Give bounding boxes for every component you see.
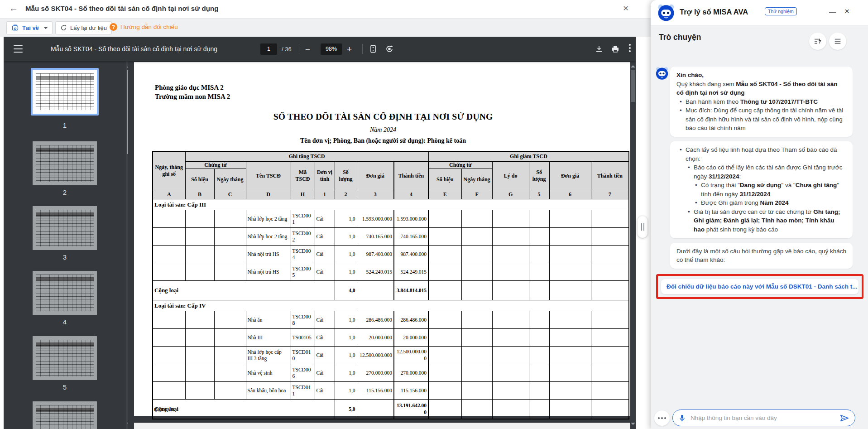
- zoom-level[interactable]: 98%: [321, 43, 342, 55]
- rotate-icon[interactable]: [385, 44, 394, 53]
- table-cell: [153, 246, 185, 263]
- table-cell: 1,0: [335, 311, 357, 329]
- thumbnail-preview: [33, 141, 97, 185]
- table-cell: TSCD00 5: [291, 263, 315, 281]
- table-row: Nhà lớp học cấp III 3 tầngTSCD01 0Cái1,0…: [153, 347, 629, 364]
- table-total-row: Cộng loại4,03.844.814.015: [153, 281, 629, 300]
- thumbnail-page-1[interactable]: [31, 68, 99, 116]
- table-cell: [591, 382, 629, 400]
- table-cell: TSCD00 1: [291, 210, 315, 228]
- hamburger-icon: [834, 37, 842, 45]
- table-row: Sân khấu, bồn hoaTSCD01 1Cái1,0115.156.0…: [153, 382, 629, 400]
- toolbar-divider: [299, 44, 299, 54]
- thumbnail-menu-icon[interactable]: [14, 45, 23, 55]
- table-cell: Loại tài sản: Cấp III: [153, 199, 629, 210]
- col-letter: 5: [529, 190, 549, 199]
- back-icon[interactable]: ←: [9, 3, 18, 14]
- quick-actions-button[interactable]: [809, 33, 826, 50]
- table-cell: 5,0: [335, 400, 357, 419]
- table-cell: [529, 311, 549, 329]
- thumbnail-page-2[interactable]: [33, 141, 97, 185]
- asset-table: Ngày, tháng ghi sổ Ghi tăng TSCĐ Ghi giả…: [152, 151, 629, 419]
- chat-menu-button[interactable]: [829, 33, 846, 50]
- more-options-button[interactable]: [654, 410, 670, 426]
- thumbnail-page-4[interactable]: [33, 271, 97, 315]
- bullet: •: [680, 145, 682, 154]
- col-letter: E: [428, 190, 461, 199]
- microphone-icon[interactable]: [678, 414, 686, 422]
- table-cell: [153, 329, 185, 347]
- col-header-doc-date2: Ngày tháng: [461, 169, 492, 190]
- table-cell: [185, 263, 214, 281]
- thumbnail-page-3[interactable]: [33, 206, 97, 250]
- table-cell: [529, 263, 549, 281]
- table-cell: [185, 246, 214, 263]
- col-letter: 3: [357, 190, 394, 199]
- more-options-icon[interactable]: [629, 44, 631, 52]
- col-header-price2: Đơn giá: [549, 162, 591, 190]
- thumbnail-grid: [36, 340, 94, 376]
- pdf-scroll-thumb[interactable]: [631, 70, 635, 102]
- table-cell: 286.486.000: [357, 311, 394, 329]
- table-cell: 740.165.000: [357, 228, 394, 246]
- table-cell: [428, 311, 461, 329]
- col-header-qty: Số lượng: [335, 162, 357, 190]
- print-icon[interactable]: [611, 44, 620, 53]
- panel-resize-handle[interactable]: [638, 216, 647, 238]
- page-number-input[interactable]: 1: [260, 43, 277, 55]
- zoom-out-icon[interactable]: −: [305, 45, 310, 55]
- reload-data-button[interactable]: Lấy lại dữ liệu: [55, 21, 112, 34]
- table-cell: [214, 263, 246, 281]
- table-cell: [529, 246, 549, 263]
- download-button-label: Tải về: [22, 24, 39, 31]
- misa-ava-logo-icon: [657, 4, 675, 22]
- table-section-row: Loại tài sản: Cấp IV: [153, 300, 629, 311]
- thumbnail-page-5[interactable]: [33, 336, 97, 380]
- doc-unit-line: Tên đơn vị; Phòng, Ban (hoặc người sử dụ…: [134, 137, 632, 145]
- col-letter: A: [153, 190, 185, 199]
- window-titlebar: ← Mẫu số SKT04 - Sổ theo dõi tài sản cố …: [0, 0, 651, 19]
- window-close-icon[interactable]: ×: [623, 3, 628, 14]
- table-section-row: Loại tài sản: Cấp III: [153, 199, 629, 210]
- bullet: •: [680, 106, 682, 115]
- zoom-in-icon[interactable]: +: [347, 44, 352, 54]
- table-cell: [461, 382, 492, 400]
- table-cell: [549, 228, 591, 246]
- col-header-doc-no: Số hiệu: [185, 169, 214, 190]
- chevron-down-icon: [44, 27, 48, 31]
- send-icon[interactable]: [839, 413, 849, 423]
- col-letter: C: [214, 190, 246, 199]
- table-cell: [549, 281, 591, 300]
- download-icon[interactable]: [595, 44, 604, 53]
- pdf-toolbar: Mẫu số SKT04 - Sổ theo dõi tài sản cố đị…: [4, 37, 636, 61]
- table-cell: 12.500.000.00 0: [394, 347, 428, 364]
- table-cell: [461, 347, 492, 364]
- table-cell: Nhà nội trú HS: [246, 263, 291, 281]
- pdf-page-area: Phòng giáo dục MISA 2 Trường mầm non MIS…: [128, 61, 636, 429]
- suggested-question-chip[interactable]: Đối chiếu dữ liệu báo cáo này với Mẫu số…: [661, 279, 858, 294]
- download-button[interactable]: Tải về: [6, 21, 53, 34]
- table-cell: 286.486.000: [394, 311, 428, 329]
- chat-bubble: •Cách lấy số liệu linh hoạt dựa theo Tha…: [670, 141, 853, 238]
- thumbnail-page-number: 4: [4, 318, 126, 326]
- chat-line: •Mục đích: Dùng để cung cấp thông tin tà…: [676, 106, 846, 133]
- bullet: •: [695, 181, 697, 190]
- table-cell: Nhà nội trú HS: [246, 246, 291, 263]
- pdf-scrollbar[interactable]: [630, 61, 636, 429]
- chat-input[interactable]: [690, 414, 839, 422]
- col-header-doc: Chứng từ: [185, 162, 246, 169]
- chat-line: •Được Ghi giảm trong Năm 2024: [676, 198, 846, 207]
- table-cell: 1,0: [335, 364, 357, 382]
- table-cell: [153, 364, 185, 382]
- table-cell: 1,0: [335, 347, 357, 364]
- minimize-icon[interactable]: [829, 12, 836, 13]
- thumbnail-page-6[interactable]: [33, 401, 97, 429]
- col-header-amount: Thành tiền: [394, 162, 428, 190]
- table-cell: [591, 210, 629, 228]
- fit-page-icon[interactable]: [369, 44, 378, 53]
- scroll-up-icon[interactable]: [631, 63, 635, 67]
- comparison-guide-link[interactable]: ? Hướng dẫn đối chiếu: [110, 23, 178, 31]
- table-cell: [428, 364, 461, 382]
- panel-close-icon[interactable]: ×: [844, 6, 849, 16]
- scroll-down-icon[interactable]: [631, 423, 635, 427]
